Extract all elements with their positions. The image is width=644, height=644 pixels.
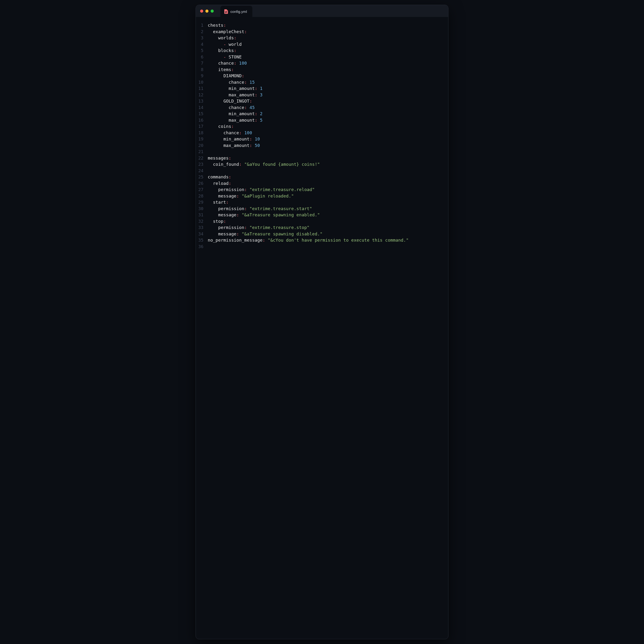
code-line[interactable]: 16 max_amount: 5 — [196, 117, 448, 124]
code-content: min_amount: 10 — [208, 136, 448, 142]
line-number: 2 — [196, 29, 208, 35]
code-content: coin_found: "&aYou found {amount} coins!… — [208, 161, 448, 168]
window-controls — [200, 10, 214, 13]
code-line[interactable]: 3 worlds: — [196, 35, 448, 41]
code-line[interactable]: 4 - world — [196, 41, 448, 48]
code-content: - STONE — [208, 54, 448, 60]
line-number: 6 — [196, 54, 208, 60]
line-number: 33 — [196, 224, 208, 231]
line-number: 15 — [196, 111, 208, 117]
code-content: messages: — [208, 155, 448, 161]
code-line[interactable]: 23 coin_found: "&aYou found {amount} coi… — [196, 161, 448, 168]
code-line[interactable]: 30 permission: "extrime.treasure.start" — [196, 206, 448, 212]
code-line[interactable]: 7 chance: 100 — [196, 60, 448, 67]
code-line[interactable]: 12 max_amount: 3 — [196, 92, 448, 98]
code-line[interactable]: 33 permission: "extrime.treasure.stop" — [196, 224, 448, 231]
minimize-icon[interactable] — [205, 10, 208, 13]
code-content: items: — [208, 67, 448, 73]
code-content: permission: "extrime.treasure.reload" — [208, 187, 448, 193]
line-number: 16 — [196, 117, 208, 124]
line-number: 23 — [196, 161, 208, 168]
code-content: commands: — [208, 174, 448, 180]
code-line[interactable]: 35no_permission_message: "&cYou don't ha… — [196, 237, 448, 244]
code-content: chance: 15 — [208, 79, 448, 86]
code-line[interactable]: 25commands: — [196, 174, 448, 180]
code-line[interactable]: 17 coins: — [196, 123, 448, 130]
code-line[interactable]: 32 stop: — [196, 218, 448, 225]
line-number: 35 — [196, 237, 208, 244]
code-content: chests: — [208, 22, 448, 29]
line-number: 28 — [196, 193, 208, 199]
line-number: 22 — [196, 155, 208, 161]
code-line[interactable]: 28 message: "&aPlugin reloaded." — [196, 193, 448, 199]
code-content — [208, 149, 448, 155]
code-line[interactable]: 11 min_amount: 1 — [196, 85, 448, 92]
line-number: 13 — [196, 98, 208, 104]
line-number: 11 — [196, 85, 208, 92]
code-content: stop: — [208, 218, 448, 225]
line-number: 32 — [196, 218, 208, 225]
code-line[interactable]: 1chests: — [196, 22, 448, 29]
line-number: 26 — [196, 180, 208, 187]
code-content: reload: — [208, 180, 448, 187]
code-line[interactable]: 21 — [196, 149, 448, 155]
code-line[interactable]: 18 chance: 100 — [196, 130, 448, 136]
line-number: 1 — [196, 22, 208, 29]
code-line[interactable]: 6 - STONE — [196, 54, 448, 60]
code-line[interactable]: 5 blocks: — [196, 47, 448, 54]
code-line[interactable]: 20 max_amount: 50 — [196, 142, 448, 149]
code-line[interactable]: 22messages: — [196, 155, 448, 161]
line-number: 4 — [196, 41, 208, 48]
code-line[interactable]: 24 — [196, 168, 448, 174]
line-number: 34 — [196, 231, 208, 237]
code-content: message: "&aPlugin reloaded." — [208, 193, 448, 199]
line-number: 18 — [196, 130, 208, 136]
close-icon[interactable] — [200, 10, 203, 13]
tab-config-yml[interactable]: config.yml — [220, 6, 252, 17]
code-content — [208, 168, 448, 174]
code-line[interactable]: 13 GOLD_INGOT: — [196, 98, 448, 104]
line-number: 29 — [196, 199, 208, 206]
code-content: max_amount: 50 — [208, 142, 448, 149]
code-line[interactable]: 15 min_amount: 2 — [196, 111, 448, 117]
code-editor[interactable]: 1chests:2 exampleChest:3 worlds:4 - worl… — [196, 17, 448, 257]
line-number: 21 — [196, 149, 208, 155]
code-line[interactable]: 31 message: "&aTreasure spawning enabled… — [196, 212, 448, 218]
code-content — [208, 244, 448, 250]
line-number: 30 — [196, 206, 208, 212]
code-content: chance: 100 — [208, 60, 448, 67]
code-line[interactable]: 36 — [196, 244, 448, 250]
line-number: 3 — [196, 35, 208, 41]
code-content: GOLD_INGOT: — [208, 98, 448, 104]
code-line[interactable]: 10 chance: 15 — [196, 79, 448, 86]
code-content: message: "&aTreasure spawning enabled." — [208, 212, 448, 218]
code-content: min_amount: 1 — [208, 85, 448, 92]
code-content: chance: 45 — [208, 104, 448, 111]
code-line[interactable]: 2 exampleChest: — [196, 29, 448, 35]
tab-label: config.yml — [230, 10, 247, 14]
line-number: 17 — [196, 123, 208, 130]
code-line[interactable]: 19 min_amount: 10 — [196, 136, 448, 142]
code-line[interactable]: 26 reload: — [196, 180, 448, 187]
code-line[interactable]: 14 chance: 45 — [196, 104, 448, 111]
code-line[interactable]: 27 permission: "extrime.treasure.reload" — [196, 187, 448, 193]
code-content: worlds: — [208, 35, 448, 41]
line-number: 20 — [196, 142, 208, 149]
line-number: 27 — [196, 187, 208, 193]
code-line[interactable]: 9 DIAMOND: — [196, 73, 448, 79]
code-content: DIAMOND: — [208, 73, 448, 79]
code-content: blocks: — [208, 47, 448, 54]
zoom-icon[interactable] — [211, 10, 214, 13]
line-number: 14 — [196, 104, 208, 111]
titlebar: config.yml — [196, 5, 448, 17]
code-line[interactable]: 34 message: "&aTreasure spawning disable… — [196, 231, 448, 237]
line-number: 7 — [196, 60, 208, 67]
line-number: 5 — [196, 47, 208, 54]
line-number: 31 — [196, 212, 208, 218]
code-content: - world — [208, 41, 448, 48]
code-line[interactable]: 8 items: — [196, 67, 448, 73]
code-line[interactable]: 29 start: — [196, 199, 448, 206]
code-content: permission: "extrime.treasure.stop" — [208, 224, 448, 231]
file-icon — [224, 9, 228, 14]
code-content: no_permission_message: "&cYou don't have… — [208, 237, 448, 244]
